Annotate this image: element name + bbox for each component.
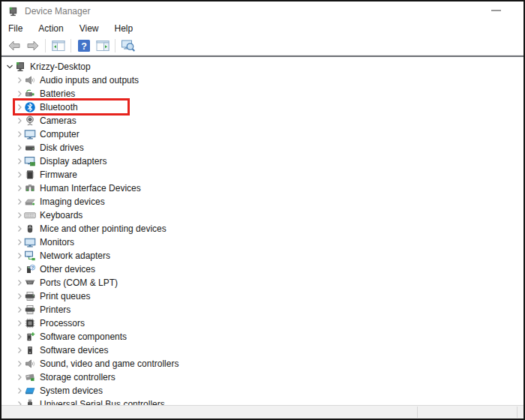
menu-action[interactable]: Action: [38, 23, 63, 34]
chevron-right-icon[interactable]: [14, 89, 24, 98]
tree-item-label: Disk drives: [40, 142, 84, 153]
svg-text:?: ?: [81, 40, 87, 51]
software-component-icon: [24, 331, 36, 343]
tree-item-cameras[interactable]: Cameras: [2, 114, 524, 128]
tree-item-software-components[interactable]: Software components: [2, 330, 524, 344]
help-button[interactable]: ?: [74, 37, 93, 55]
statusbar-separator: [517, 406, 518, 418]
chevron-right-icon[interactable]: [14, 292, 24, 301]
tree-item-print-queues[interactable]: Print queues: [2, 290, 524, 303]
bluetooth-icon: [24, 101, 36, 113]
tree-item-system-devices[interactable]: System devices: [2, 384, 524, 398]
menu-view[interactable]: View: [80, 23, 99, 34]
system-icon: [24, 385, 36, 397]
chevron-right-icon[interactable]: [14, 359, 24, 368]
show-action-pane-button[interactable]: [93, 37, 112, 55]
chevron-right-icon[interactable]: [14, 386, 24, 395]
tree-item-other-devices[interactable]: ?Other devices: [2, 262, 524, 276]
storage-icon: [24, 371, 36, 383]
usb-icon: [24, 398, 36, 405]
chevron-right-icon[interactable]: [14, 157, 24, 166]
chevron-right-icon[interactable]: [14, 238, 24, 247]
network-icon: [24, 250, 36, 262]
tree-item-label: System devices: [40, 386, 103, 396]
tree-item-bluetooth[interactable]: Bluetooth: [2, 100, 524, 114]
forward-arrow-icon: [26, 38, 40, 53]
tree-item-label: Display adapters: [40, 156, 106, 166]
chevron-right-icon[interactable]: [14, 224, 24, 233]
monitor-icon: [24, 236, 36, 248]
tree-item-universal-serial-bus-controllers[interactable]: Universal Serial Bus controllers: [2, 398, 524, 405]
device-manager-window: Device Manager FileActionViewHelp ? Kriz…: [0, 0, 525, 420]
tree-item-network-adapters[interactable]: Network adapters: [2, 249, 524, 262]
chevron-right-icon[interactable]: [14, 116, 24, 125]
tree-item-audio-inputs-and-outputs[interactable]: Audio inputs and outputs: [2, 74, 524, 87]
chevron-right-icon[interactable]: [14, 265, 24, 274]
help-icon: ?: [76, 38, 92, 53]
chevron-right-icon[interactable]: [14, 211, 24, 220]
back-button[interactable]: [4, 37, 23, 55]
chevron-right-icon[interactable]: [14, 143, 24, 152]
tree-item-monitors[interactable]: Monitors: [2, 236, 524, 249]
tree-item-label: Human Interface Devices: [40, 183, 141, 194]
tree-item-processors[interactable]: Processors: [2, 316, 524, 330]
tree-item-keyboards[interactable]: Keyboards: [2, 208, 524, 222]
tree-item-imaging-devices[interactable]: Imaging devices: [2, 195, 524, 208]
menu-bar: FileActionViewHelp: [2, 21, 524, 36]
tree-item-computer[interactable]: Computer: [2, 128, 524, 141]
minimize-icon: [491, 10, 501, 11]
mouse-icon: [24, 223, 36, 235]
chevron-right-icon[interactable]: [14, 346, 24, 355]
chevron-right-icon[interactable]: [14, 332, 24, 341]
disk-icon: [24, 142, 36, 154]
device-manager-icon: [8, 6, 19, 17]
computer-icon: [24, 128, 36, 140]
tree-item-printers[interactable]: Printers: [2, 303, 524, 316]
tree-item-label: Cameras: [40, 116, 76, 126]
chevron-down-icon[interactable]: [4, 62, 14, 71]
chevron-right-icon[interactable]: [14, 400, 24, 405]
forward-button[interactable]: [23, 37, 42, 55]
tree-item-batteries[interactable]: Batteries: [2, 87, 524, 100]
chevron-right-icon[interactable]: [14, 319, 24, 328]
chevron-right-icon[interactable]: [14, 251, 24, 260]
tree-item-label: Bluetooth: [40, 102, 78, 112]
chevron-right-icon[interactable]: [14, 305, 24, 314]
other-icon: ?: [24, 263, 36, 275]
tree-item-display-adapters[interactable]: Display adapters: [2, 154, 524, 168]
tree-item-label: Monitors: [40, 237, 74, 248]
chevron-right-icon[interactable]: [14, 197, 24, 206]
console-tree-icon: [51, 38, 66, 53]
chevron-right-icon[interactable]: [14, 76, 24, 85]
tree-item-label: Software devices: [40, 345, 108, 356]
tree-item-sound-video-and-game-controllers[interactable]: Sound, video and game controllers: [2, 357, 524, 370]
chevron-right-icon[interactable]: [14, 170, 24, 179]
svg-text:?: ?: [31, 265, 34, 270]
minimize-button[interactable]: [484, 2, 507, 20]
title-bar: Device Manager: [2, 2, 524, 21]
back-arrow-icon: [7, 38, 22, 53]
chevron-right-icon[interactable]: [14, 278, 24, 287]
tree-item-label: Storage controllers: [40, 372, 116, 382]
chevron-right-icon[interactable]: [14, 130, 24, 139]
chevron-right-icon[interactable]: [14, 103, 24, 112]
tree-item-label: Audio inputs and outputs: [40, 75, 139, 86]
chevron-right-icon[interactable]: [14, 184, 24, 193]
tree-item-label: Universal Serial Bus controllers: [40, 399, 165, 405]
statusbar-separator: [417, 406, 418, 418]
scan-hardware-changes-button[interactable]: [118, 37, 137, 55]
menu-file[interactable]: File: [8, 23, 22, 34]
chevron-right-icon[interactable]: [14, 373, 24, 382]
show-console-tree-button[interactable]: [49, 37, 68, 55]
tree-item-software-devices[interactable]: Software devices: [2, 344, 524, 357]
menu-help[interactable]: Help: [115, 23, 134, 34]
tree-item-mice-and-other-pointing-devices[interactable]: Mice and other pointing devices: [2, 222, 524, 236]
tree-item-disk-drives[interactable]: Disk drives: [2, 141, 524, 154]
tree-item-human-interface-devices[interactable]: Human Interface Devices: [2, 182, 524, 195]
hid-icon: [24, 182, 36, 194]
tree-item-storage-controllers[interactable]: Storage controllers: [2, 370, 524, 384]
tree-item-krizzy-desktop[interactable]: Krizzy-Desktop: [2, 60, 524, 74]
device-tree: Krizzy-DesktopAudio inputs and outputsBa…: [2, 57, 524, 405]
tree-item-firmware[interactable]: Firmware: [2, 168, 524, 182]
tree-item-ports-com-lpt[interactable]: Ports (COM & LPT): [2, 276, 524, 290]
